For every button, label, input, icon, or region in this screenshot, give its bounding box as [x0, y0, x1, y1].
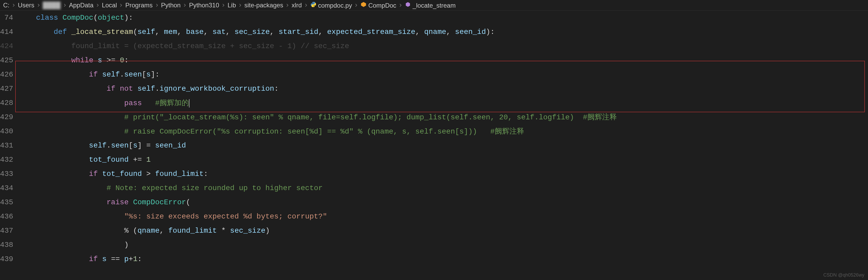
code-line[interactable]: 428 pass #阙辉加的 — [0, 96, 868, 110]
code-token: [ — [129, 141, 133, 149]
code-content[interactable]: if not self.ignore_workbook_corruption: — [19, 85, 868, 93]
code-token: sec_size — [235, 28, 270, 36]
breadcrumb-item[interactable]: Programs — [125, 2, 153, 9]
code-content[interactable]: % (qname, found_limit * sec_size) — [19, 227, 868, 235]
chevron-right-icon — [354, 3, 358, 7]
code-token: seen_id — [455, 28, 486, 36]
code-editor[interactable]: 74 class CompDoc(object):414 def _locate… — [0, 10, 868, 280]
breadcrumb-item[interactable]: ████ — [43, 2, 61, 9]
code-line[interactable]: 427 if not self.ignore_workbook_corrupti… — [0, 82, 868, 96]
code-content[interactable]: if s == p+1: — [19, 255, 868, 263]
chevron-right-icon — [238, 3, 242, 7]
code-content[interactable]: class CompDoc(object): — [19, 14, 868, 22]
breadcrumb-item[interactable]: site-packages — [244, 2, 283, 9]
chevron-right-icon — [96, 3, 100, 7]
code-line[interactable]: 431 self.seen[s] = seen_id — [0, 138, 868, 152]
code-line[interactable]: 429 # print("_locate_stream(%s): seen" %… — [0, 110, 868, 124]
line-number: 434 — [0, 184, 19, 192]
code-token: start_sid — [278, 28, 318, 36]
code-token — [67, 28, 71, 36]
breadcrumb-item[interactable]: C: — [3, 2, 9, 9]
code-token: ignore_workbook_corruption — [160, 85, 274, 93]
code-token — [19, 85, 106, 93]
code-content[interactable]: if tot_found > found_limit: — [19, 170, 868, 178]
breadcrumb-item[interactable]: AppData — [69, 2, 93, 9]
breadcrumb-item[interactable]: Lib — [227, 2, 236, 9]
breadcrumb-item[interactable]: Users — [18, 2, 34, 9]
code-line[interactable]: 426 if self.seen[s]: — [0, 67, 868, 82]
breadcrumb-label: site-packages — [244, 2, 283, 9]
breadcrumb-item[interactable]: compdoc.py — [310, 1, 352, 9]
code-line[interactable]: 434 # Note: expected size rounded up to … — [0, 181, 868, 195]
code-token — [19, 255, 89, 263]
code-token: , — [226, 28, 235, 36]
breadcrumb-item[interactable]: CompDoc — [361, 1, 396, 9]
code-line[interactable]: 436 "%s: size exceeds expected %d bytes;… — [0, 209, 868, 223]
code-line[interactable]: 432 tot_found += 1 — [0, 152, 868, 167]
code-line[interactable]: 430 # raise CompDocError("%s corruption:… — [0, 124, 868, 138]
code-line[interactable]: 438 ) — [0, 238, 868, 252]
code-content[interactable]: raise CompDocError( — [19, 198, 868, 206]
chevron-right-icon — [119, 3, 123, 7]
code-token: s — [98, 56, 102, 64]
code-token: seen — [124, 71, 142, 79]
code-content[interactable]: ) — [19, 241, 868, 249]
code-line[interactable]: 74 class CompDoc(object): — [0, 10, 868, 25]
code-line[interactable]: 433 if tot_found > found_limit: — [0, 167, 868, 181]
code-content[interactable]: # raise CompDocError("%s corruption: see… — [19, 126, 868, 136]
code-token: ) — [266, 227, 270, 235]
code-token: seen — [111, 141, 129, 149]
breadcrumb-item[interactable]: Local — [102, 2, 117, 9]
breadcrumb-item[interactable]: Python — [161, 2, 181, 9]
code-token: , — [155, 28, 164, 36]
breadcrumb-label: xlrd — [291, 2, 302, 9]
code-content[interactable]: tot_found += 1 — [19, 156, 868, 164]
code-line[interactable]: 437 % (qname, found_limit * sec_size) — [0, 223, 868, 238]
code-token: , — [446, 28, 455, 36]
code-content[interactable]: while s >= 0: — [19, 56, 868, 64]
code-token — [58, 14, 62, 22]
code-line[interactable]: 435 raise CompDocError( — [0, 195, 868, 209]
breadcrumb-item[interactable]: _locate_stream — [405, 1, 456, 9]
code-token: pass — [124, 99, 142, 107]
code-token: found_limit = (expected_stream_size + se… — [19, 42, 349, 50]
breadcrumb-label: Python — [161, 2, 181, 9]
code-content[interactable]: # print("_locate_stream(%s): seen" % qna… — [19, 112, 868, 122]
breadcrumb-label: C: — [3, 2, 9, 9]
breadcrumb-label: Local — [102, 2, 117, 9]
code-token: self — [137, 85, 155, 93]
code-token: ] = — [137, 141, 155, 149]
code-token: ( — [186, 198, 191, 206]
breadcrumb-item[interactable]: xlrd — [291, 2, 302, 9]
code-token: [ — [142, 71, 147, 79]
code-content[interactable]: # Note: expected size rounded up to high… — [19, 184, 868, 192]
breadcrumb: C:Users████AppDataLocalProgramsPythonPyt… — [0, 0, 868, 10]
code-token: : — [137, 255, 142, 263]
code-line[interactable]: 414 def _locate_stream(self, mem, base, … — [0, 25, 868, 39]
code-token — [19, 198, 106, 206]
code-content[interactable]: def _locate_stream(self, mem, base, sat,… — [19, 28, 868, 36]
code-token: , — [270, 28, 279, 36]
line-number: 430 — [0, 127, 19, 135]
code-token: qname — [424, 28, 446, 36]
code-content[interactable]: found_limit = (expected_stream_size + se… — [19, 42, 868, 50]
breadcrumb-label: compdoc.py — [318, 2, 352, 9]
chevron-right-icon — [398, 3, 403, 7]
code-token — [19, 184, 106, 192]
code-token: while — [71, 56, 93, 64]
code-line[interactable]: 424 found_limit = (expected_stream_size … — [0, 39, 868, 53]
code-token: >= — [102, 56, 120, 64]
code-content[interactable]: pass #阙辉加的 — [19, 98, 868, 108]
code-content[interactable]: "%s: size exceeds expected %d bytes; cor… — [19, 213, 868, 221]
code-content[interactable]: self.seen[s] = seen_id — [19, 141, 868, 149]
code-token — [116, 85, 120, 93]
code-content[interactable]: if self.seen[s]: — [19, 71, 868, 79]
code-token: s — [133, 141, 137, 149]
line-number: 435 — [0, 198, 19, 206]
code-token: if — [89, 255, 98, 263]
code-line[interactable]: 425 while s >= 0: — [0, 53, 868, 67]
breadcrumb-item[interactable]: Python310 — [189, 2, 219, 9]
code-line[interactable]: 439 if s == p+1: — [0, 252, 868, 266]
line-number: 436 — [0, 213, 19, 221]
code-token: def — [54, 28, 67, 36]
